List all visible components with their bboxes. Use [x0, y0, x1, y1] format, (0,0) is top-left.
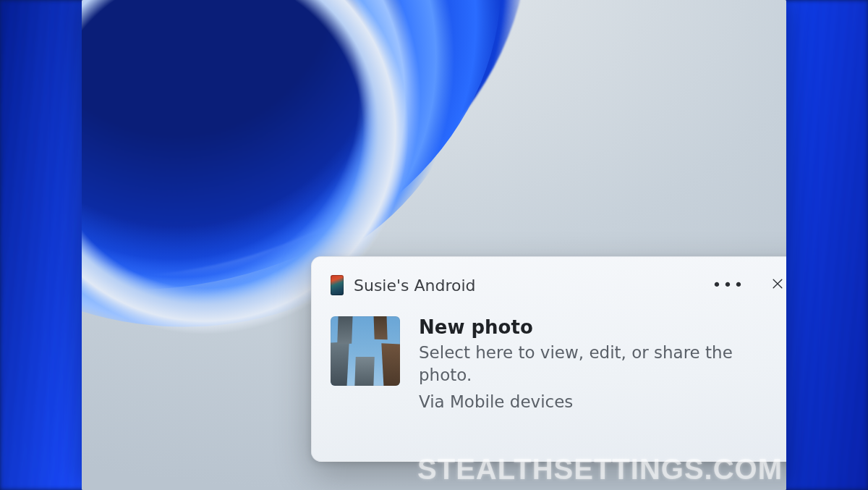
- notification-header: Susie's Android •••: [331, 273, 786, 297]
- desktop-wallpaper: Susie's Android •••: [82, 0, 786, 490]
- more-options-icon: •••: [712, 277, 745, 293]
- notification-title: New photo: [419, 316, 786, 339]
- close-button[interactable]: [765, 273, 786, 297]
- notification-toast[interactable]: Susie's Android •••: [311, 256, 786, 462]
- photo-thumbnail: [331, 316, 400, 386]
- notification-device-name: Susie's Android: [354, 276, 706, 295]
- notification-body[interactable]: New photo Select here to view, edit, or …: [331, 316, 786, 413]
- notification-header-actions: •••: [716, 273, 786, 297]
- phone-icon: [331, 275, 344, 295]
- notification-text: New photo Select here to view, edit, or …: [419, 316, 786, 413]
- close-icon: [770, 276, 785, 294]
- notification-description: Select here to view, edit, or share the …: [419, 342, 786, 386]
- notification-source: Via Mobile devices: [419, 391, 786, 413]
- more-options-button[interactable]: •••: [716, 273, 741, 297]
